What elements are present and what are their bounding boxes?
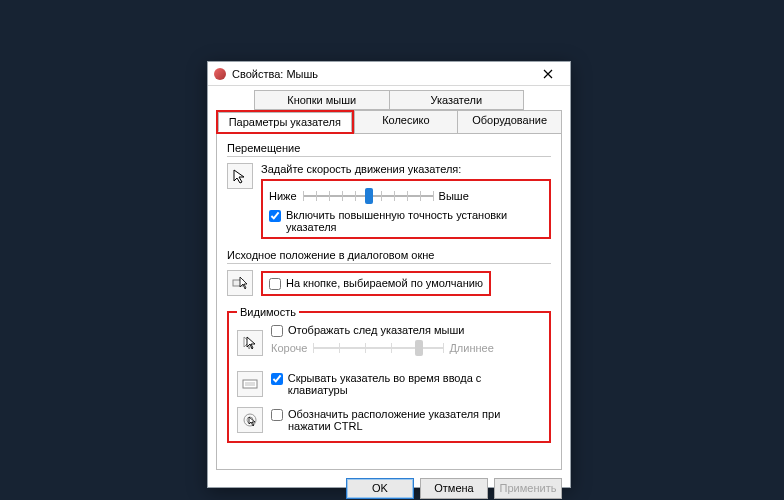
trails-label: Отображать след указателя мыши [288,324,464,336]
trails-checkbox[interactable]: Отображать след указателя мыши [271,324,541,337]
highlight-speed-block: Ниже Выше Включить повышенную точность у… [261,179,551,239]
enhance-precision-input[interactable] [269,210,281,222]
cancel-button[interactable]: Отмена [420,478,488,499]
divider [227,156,551,157]
ok-button[interactable]: OK [346,478,414,499]
speed-instruction: Задайте скорость движения указателя: [261,163,551,175]
highlight-visibility-block: Видимость Отображать след указателя мыши… [227,306,551,443]
hide-typing-input[interactable] [271,373,283,385]
trails-slider-row: Короче Длиннее [271,341,541,355]
close-button[interactable] [528,62,568,86]
snap-to-label: На кнопке, выбираемой по умолчанию [286,277,483,289]
pointer-speed-slider[interactable] [303,189,433,203]
mouse-icon [214,68,226,80]
trails-row: Отображать след указателя мыши Короче Дл… [237,324,541,361]
locate-ctrl-label: Обозначить расположение указателя при на… [288,408,518,432]
highlight-active-tab: Параметры указателя [216,110,354,134]
trails-long-label: Длиннее [449,342,493,354]
apply-button[interactable]: Применить [494,478,562,499]
pointer-speed-icon [227,163,253,189]
speed-slider-row: Ниже Выше [269,189,543,203]
enhance-precision-checkbox[interactable]: Включить повышенную точность установки у… [269,209,543,233]
locate-row: Обозначить расположение указателя при на… [237,407,541,433]
titlebar[interactable]: Свойства: Мышь [208,62,570,86]
client-area: Кнопки мыши Указатели Параметры указател… [208,86,570,500]
locate-ctrl-icon [237,407,263,433]
speed-slow-label: Ниже [269,190,297,202]
trails-input[interactable] [271,325,283,337]
hide-typing-label: Скрывать указатель во время ввода с клав… [288,372,541,396]
tab-pointer-options[interactable]: Параметры указателя [218,112,352,132]
hide-typing-icon [237,371,263,397]
locate-ctrl-checkbox[interactable]: Обозначить расположение указателя при на… [271,408,518,432]
snap-to-icon [227,270,253,296]
tabs-row-1: Кнопки мыши Указатели [216,90,562,110]
movement-row: Задайте скорость движения указателя: Ниж… [227,163,551,239]
tab-wheel[interactable]: Колесико [354,110,459,134]
trails-length-slider [313,341,443,355]
snap-to-checkbox[interactable]: На кнопке, выбираемой по умолчанию [269,277,483,290]
tabs-row-2: Параметры указателя Колесико Оборудовани… [216,110,562,134]
tab-pointers[interactable]: Указатели [390,90,525,110]
hide-typing-checkbox[interactable]: Скрывать указатель во время ввода с клав… [271,372,541,396]
mouse-properties-dialog: Свойства: Мышь Кнопки мыши Указатели Пар… [207,61,571,488]
movement-group-label: Перемещение [227,142,551,154]
pointer-trails-icon [237,330,263,356]
speed-fast-label: Выше [439,190,469,202]
highlight-snap-block: На кнопке, выбираемой по умолчанию [261,271,491,296]
trails-short-label: Короче [271,342,307,354]
enhance-precision-label: Включить повышенную точность установки у… [286,209,543,233]
tab-body: Перемещение Задайте скорость движения ук… [216,134,562,470]
close-icon [543,69,553,79]
snap-group-label: Исходное положение в диалоговом окне [227,249,551,261]
divider [227,263,551,264]
snap-row: На кнопке, выбираемой по умолчанию [227,270,551,296]
visibility-legend: Видимость [237,306,299,318]
tab-buttons[interactable]: Кнопки мыши [254,90,390,110]
dialog-buttons: OK Отмена Применить [216,470,562,499]
locate-ctrl-input[interactable] [271,409,283,421]
svg-rect-1 [243,380,257,388]
snap-to-input[interactable] [269,278,281,290]
tab-hardware[interactable]: Оборудование [458,110,562,134]
hide-row: Скрывать указатель во время ввода с клав… [237,371,541,397]
window-title: Свойства: Мышь [232,68,528,80]
